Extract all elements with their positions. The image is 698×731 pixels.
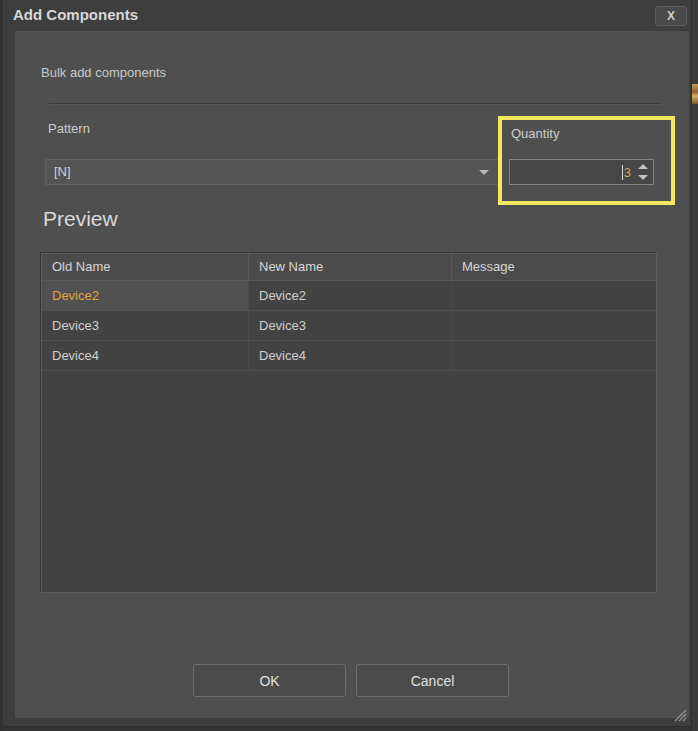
spin-buttons — [636, 160, 650, 184]
pattern-dropdown[interactable]: [N] — [45, 159, 499, 185]
ok-button[interactable]: OK — [193, 664, 346, 697]
table-row[interactable]: Device3 Device3 — [42, 311, 656, 341]
quantity-label: Quantity — [511, 126, 559, 141]
spin-down-icon[interactable] — [638, 175, 648, 180]
background-edge-right — [692, 0, 698, 731]
table-row[interactable]: Device4 Device4 — [42, 341, 656, 371]
table-row[interactable]: Device2 Device2 — [42, 281, 656, 311]
column-header-new-name[interactable]: New Name — [249, 254, 452, 280]
spin-up-icon[interactable] — [638, 164, 648, 169]
bulk-add-description: Bulk add components — [41, 65, 166, 80]
dialog-titlebar[interactable]: Add Components X — [3, 0, 691, 30]
cell-new-name[interactable]: Device4 — [249, 341, 452, 370]
quantity-value: 3 — [624, 165, 631, 180]
pattern-dropdown-value: [N] — [54, 164, 71, 179]
cell-old-name[interactable]: Device4 — [42, 341, 249, 370]
preview-heading: Preview — [43, 207, 118, 231]
pattern-label: Pattern — [48, 121, 90, 136]
cell-message[interactable] — [452, 341, 656, 370]
cell-old-name[interactable]: Device2 — [42, 281, 249, 310]
cell-message[interactable] — [452, 281, 656, 310]
add-components-dialog: Add Components X Bulk add components Pat… — [3, 0, 692, 727]
column-header-old-name[interactable]: Old Name — [42, 254, 249, 280]
quantity-value-wrap: 3 — [622, 160, 631, 184]
cancel-button[interactable]: Cancel — [356, 664, 509, 697]
cell-new-name[interactable]: Device2 — [249, 281, 452, 310]
cell-old-name[interactable]: Device3 — [42, 311, 249, 340]
table-header-row: Old Name New Name Message — [42, 254, 656, 281]
section-divider — [49, 103, 661, 105]
cell-message[interactable] — [452, 311, 656, 340]
chevron-down-icon — [479, 170, 489, 175]
quantity-stepper[interactable]: 3 — [509, 159, 654, 185]
dialog-title: Add Components — [13, 0, 138, 30]
dialog-content-panel: Bulk add components Pattern [N] Quantity… — [14, 30, 690, 719]
close-button[interactable]: X — [655, 6, 687, 26]
text-cursor — [622, 165, 623, 180]
column-header-message[interactable]: Message — [452, 254, 656, 280]
cell-new-name[interactable]: Device3 — [249, 311, 452, 340]
preview-table: Old Name New Name Message Device2 Device… — [41, 253, 657, 593]
resize-grip-icon[interactable] — [671, 706, 687, 722]
background-fragment — [692, 84, 698, 104]
